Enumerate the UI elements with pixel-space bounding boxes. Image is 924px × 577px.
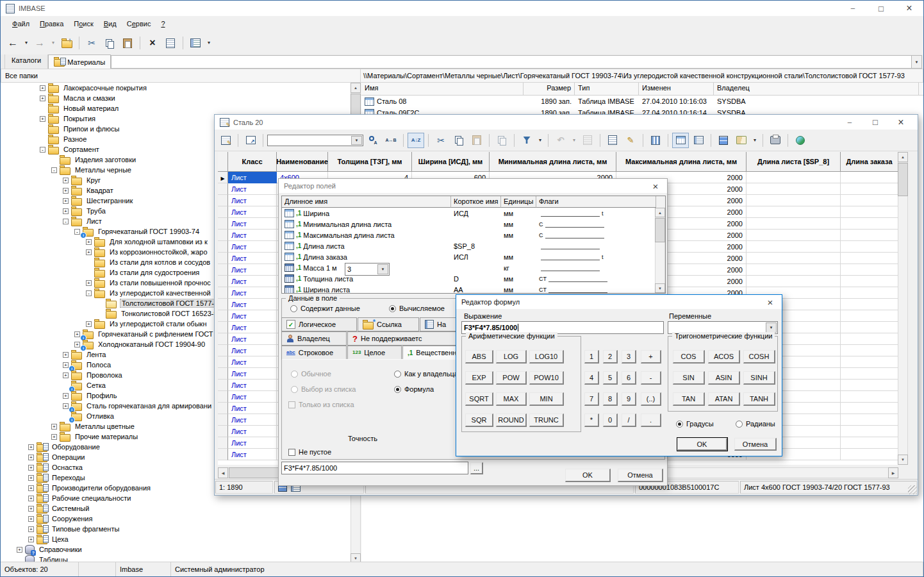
tree-expander[interactable]: + [40, 96, 45, 101]
grid-cell[interactable] [841, 356, 898, 368]
tree-expander[interactable]: + [28, 537, 34, 542]
field-column-2[interactable]: Единицы [501, 196, 536, 208]
grid-cell[interactable] [747, 172, 841, 183]
grid-cell[interactable] [841, 230, 898, 241]
cancel-button[interactable]: Отмена [618, 469, 663, 482]
tab-Логическое[interactable]: Логическое [281, 317, 357, 331]
properties-button[interactable] [162, 35, 179, 51]
undo-button[interactable] [552, 133, 569, 148]
key-(..)[interactable]: (..) [641, 392, 661, 406]
grid-cell[interactable] [841, 241, 898, 253]
key-4[interactable]: 4 [584, 371, 599, 385]
ok-button[interactable]: OK [565, 469, 611, 482]
scroll-down-icon[interactable] [655, 283, 665, 293]
formula-field[interactable]: F3*F4*7.85/1000 [281, 462, 468, 474]
column-header[interactable]: Максимальная длина листа, мм [616, 152, 747, 172]
grid-cell[interactable]: Лист [228, 414, 277, 426]
menu-Вид[interactable]: Вид [99, 18, 122, 29]
search-combobox[interactable] [267, 135, 363, 146]
menu-Файл[interactable]: Файл [7, 18, 35, 29]
menu-?[interactable]: ? [156, 18, 170, 29]
grid-cell[interactable] [747, 264, 841, 276]
tree-expander[interactable]: + [63, 403, 69, 409]
grid-cell[interactable]: Лист [228, 241, 277, 253]
replace-button[interactable] [383, 133, 399, 148]
tab-Ссылка[interactable]: Ссылка [358, 317, 419, 331]
field-row[interactable]: Минимальная длина листаммC [282, 219, 665, 230]
key-6[interactable]: 6 [622, 371, 636, 385]
cut-button[interactable] [83, 35, 100, 51]
book-view-dropdown[interactable] [751, 133, 759, 148]
copy-button[interactable] [101, 35, 118, 51]
tab-Целое[interactable]: Целое [347, 346, 402, 360]
file-column-Владелец[interactable]: Владелец [714, 83, 919, 95]
grid-cell[interactable]: Лист [228, 368, 277, 380]
precision-combobox[interactable]: 3 [345, 263, 390, 276]
grid-cell[interactable]: Лист [228, 276, 277, 287]
tree-expander[interactable]: + [40, 85, 45, 91]
grid-cell[interactable] [747, 241, 841, 253]
key-.[interactable]: . [641, 414, 661, 427]
tree-expander[interactable]: + [63, 198, 69, 204]
card-view-button[interactable] [579, 133, 596, 148]
grid-cell[interactable] [841, 333, 898, 345]
field-row[interactable]: Максимальная длина листаммC [282, 230, 665, 240]
grid-cell[interactable] [747, 230, 841, 241]
field-column-0[interactable]: Длинное имя [282, 196, 451, 208]
scroll-right-icon[interactable] [888, 467, 898, 478]
func-MAX[interactable]: MAX [496, 392, 527, 406]
catalogs-band[interactable]: Каталоги [4, 54, 48, 69]
close-icon[interactable] [888, 115, 914, 130]
grid-cell[interactable] [841, 172, 898, 183]
menu-Сервис[interactable]: Сервис [122, 18, 156, 29]
tree-expander[interactable]: - [40, 147, 45, 153]
key-1[interactable]: 1 [584, 350, 599, 364]
file-column-Изменен[interactable]: Изменен [639, 83, 714, 95]
grid-cell[interactable] [841, 183, 898, 195]
radio-degrees[interactable]: Градусы [676, 420, 714, 428]
edit-fields-button[interactable] [622, 133, 639, 148]
grid-cell[interactable] [747, 195, 841, 206]
menu-Правка[interactable]: Правка [35, 18, 69, 29]
tree-expander[interactable]: + [86, 249, 92, 255]
tree-expander[interactable]: + [86, 280, 92, 286]
tree-expander[interactable]: + [63, 362, 69, 368]
forward-button[interactable] [31, 35, 48, 51]
grid-cell[interactable]: Лист [228, 356, 277, 368]
field-row[interactable]: Масса 1 мкг [282, 262, 665, 273]
column-header[interactable]: Минимальная длина листа, мм [490, 152, 616, 172]
field-column-1[interactable]: Короткое имя [451, 196, 501, 208]
tree-expander[interactable]: + [51, 424, 57, 430]
checkbox-not-empty[interactable]: Не пустое [288, 448, 331, 456]
file-column-Имя[interactable]: Имя [361, 83, 524, 95]
grid-cell[interactable]: Лист [228, 310, 277, 322]
tree-expander[interactable]: + [63, 393, 69, 399]
tree-expander[interactable]: + [28, 444, 34, 450]
radio-radians[interactable]: Радианы [736, 420, 775, 428]
scroll-thumb[interactable] [655, 218, 665, 242]
key-2[interactable]: 2 [603, 350, 618, 364]
find-button[interactable] [365, 133, 381, 148]
menu-Поиск[interactable]: Поиск [69, 18, 99, 29]
tree-item[interactable]: +Справочники [1, 544, 351, 555]
tree-expander[interactable]: + [74, 331, 80, 337]
key-/[interactable]: / [622, 414, 636, 427]
func-ASIN[interactable]: ASIN [708, 371, 740, 385]
scroll-left-icon[interactable] [218, 467, 228, 478]
tree-expander[interactable]: + [63, 188, 69, 194]
table-view-button[interactable] [672, 133, 689, 148]
tree-expander[interactable]: + [28, 506, 34, 512]
field-row[interactable]: Длина листа$SP_8 [282, 240, 665, 251]
tree-item[interactable]: +Новый материал [1, 103, 351, 113]
tree-expander[interactable]: + [17, 547, 22, 553]
copy-button[interactable] [450, 133, 467, 148]
column-header[interactable]: Ширина [ИСД], мм [412, 152, 490, 172]
radio-from-list[interactable]: Выбор из списка [291, 385, 356, 393]
grid-cell[interactable]: Лист [228, 287, 277, 299]
grid-cell[interactable] [747, 183, 841, 195]
maximize-icon[interactable] [862, 115, 888, 130]
tree-expander[interactable]: - [74, 229, 80, 235]
grid-button[interactable] [715, 133, 732, 148]
maximize-icon[interactable] [867, 1, 895, 16]
grid-cell[interactable] [841, 310, 898, 322]
